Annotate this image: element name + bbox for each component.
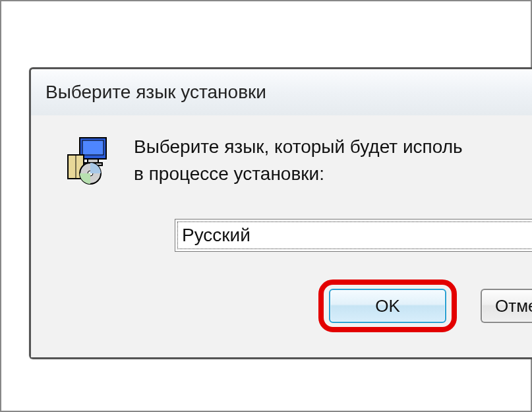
dialog-button-row: OK Отме <box>57 280 532 332</box>
ok-button[interactable]: OK <box>329 289 446 323</box>
installer-icon <box>64 135 115 187</box>
cancel-button-label: Отме <box>495 296 532 316</box>
ok-button-highlight: OK <box>318 280 457 332</box>
language-select-dialog: Выберите язык установки <box>29 67 532 359</box>
instruction-line-2: в процессе установки: <box>134 163 324 184</box>
screenshot-frame: Выберите язык установки <box>0 0 532 412</box>
dialog-title: Выберите язык установки <box>45 82 266 103</box>
instruction-text: Выберите язык, который будет исполь в пр… <box>134 134 469 187</box>
dialog-titlebar: Выберите язык установки <box>31 69 532 115</box>
svg-rect-1 <box>82 140 103 155</box>
cancel-button[interactable]: Отме <box>481 289 532 323</box>
language-dropdown[interactable]: Русский <box>175 219 532 252</box>
instruction-line-1: Выберите язык, который будет исполь <box>134 136 463 157</box>
ok-button-label: OK <box>375 296 400 316</box>
instruction-row: Выберите язык, который будет исполь в пр… <box>57 134 532 187</box>
language-dropdown-value: Русский <box>182 225 251 246</box>
dialog-content: Выберите язык, который будет исполь в пр… <box>31 115 532 357</box>
